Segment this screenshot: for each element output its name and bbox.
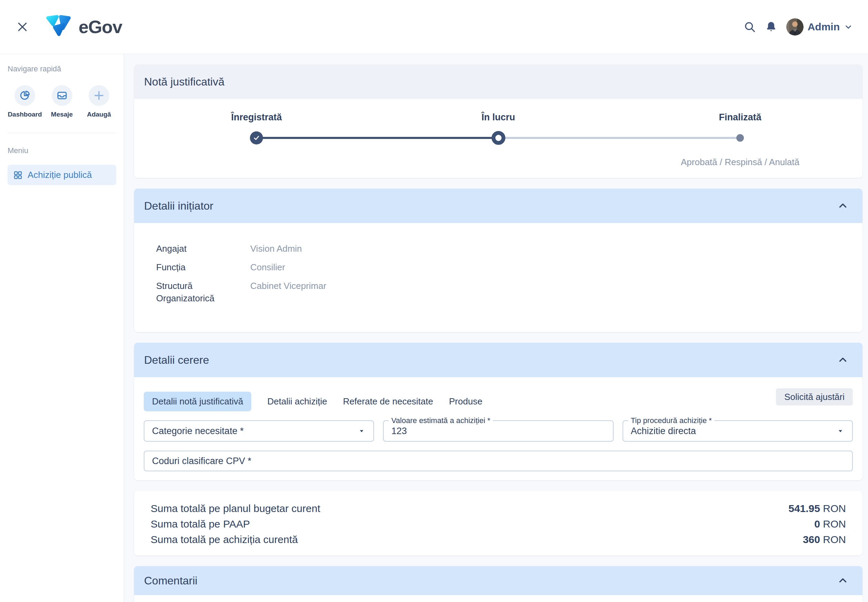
chevron-up-icon (837, 575, 849, 587)
comments-card: Comentarii Comentarii Adaugă comentariu (134, 566, 862, 602)
plus-icon (93, 90, 105, 101)
caret-down-icon (357, 427, 366, 435)
request-adjustments-button[interactable]: Solicită ajustări (776, 388, 853, 405)
caret-down-icon (836, 427, 845, 435)
user-name: Admin (808, 21, 840, 33)
chevron-up-icon (837, 200, 849, 212)
request-tabs: Detalii notă justificativă Detalii achiz… (144, 392, 853, 412)
grid-icon (13, 170, 23, 180)
initiator-row: Angajat Vision Admin (156, 243, 853, 255)
quicknav-mesaje[interactable]: Mesaje (45, 85, 79, 118)
cpv-codes-field[interactable]: Coduri clasificare CPV * (144, 451, 853, 471)
request-card: Detalii cerere Detalii notă justificativ… (134, 343, 862, 480)
initiator-row-value: Vision Admin (250, 243, 302, 255)
note-card: Notă justificativă Înregistrată În lucru… (134, 64, 862, 178)
cpv-codes-label: Coduri clasificare CPV * (152, 456, 251, 467)
tab-detalii-nota-justificativa[interactable]: Detalii notă justificativă (144, 392, 251, 412)
request-card-header[interactable]: Detalii cerere (134, 343, 862, 377)
procedure-type-text: Achizitie directa (631, 426, 696, 436)
close-button[interactable] (17, 22, 28, 32)
menu-label: Meniu (8, 146, 116, 155)
topbar: eGov (0, 0, 868, 54)
initiator-card-header[interactable]: Detalii inițiator (134, 189, 862, 223)
estimated-value-text: 123 (391, 426, 407, 436)
category-select-label: Categorie necesitate * (152, 426, 244, 436)
tab-detalii-achizitie[interactable]: Detalii achiziție (267, 392, 327, 412)
tab-referate-de-necesitate[interactable]: Referate de necesitate (343, 392, 433, 412)
chevron-up-icon (837, 354, 849, 366)
final-substatus: Aprobată / Respinsă / Anulată (681, 157, 799, 167)
initiator-row-label: Funcția (156, 261, 250, 273)
pie-chart-icon (19, 90, 30, 101)
tab-produse[interactable]: Produse (449, 392, 483, 412)
notifications-button[interactable] (765, 21, 778, 33)
note-card-title: Notă justificativă (144, 75, 224, 88)
status-stepper: Înregistrată În lucru Finalizată Aprobat… (134, 99, 862, 178)
step-label-finalizata: Finalizată (719, 112, 762, 123)
total-value: 0 RON (814, 518, 846, 530)
category-select[interactable]: Categorie necesitate * (144, 420, 374, 442)
check-icon (253, 134, 260, 142)
initiator-row-label: Structură Organizatorică (156, 280, 250, 304)
total-label: Suma totală pe PAAP (151, 518, 250, 530)
step-node-pending (736, 134, 744, 142)
estimated-value-label: Valoare estimată a achiziției * (388, 416, 493, 425)
collapse-toggle[interactable] (837, 354, 849, 366)
stepper-segment-done (256, 137, 498, 139)
search-button[interactable] (744, 21, 756, 33)
step-label-in-lucru: În lucru (482, 112, 515, 123)
initiator-row: Structură Organizatorică Cabinet Vicepri… (156, 280, 853, 304)
logo-text: eGov (78, 17, 122, 37)
comments-card-header[interactable]: Comentarii (134, 566, 862, 595)
sidebar-item-label: Achiziție publică (28, 170, 92, 180)
sidebar-item-achizitie-publica[interactable]: Achiziție publică (8, 165, 116, 185)
quicknav-adauga[interactable]: Adaugă (82, 85, 116, 118)
total-row: Suma totală pe PAAP 0 RON (151, 516, 846, 532)
search-icon (744, 21, 756, 33)
logo-icon (46, 14, 72, 40)
total-label: Suma totală pe achiziția curentă (151, 534, 298, 545)
inbox-icon (57, 90, 67, 101)
quicknav-adauga-label: Adaugă (87, 111, 111, 118)
quicknav-dashboard[interactable]: Dashboard (8, 85, 42, 118)
request-card-title: Detalii cerere (144, 354, 209, 367)
main-content: Notă justificativă Înregistrată În lucru… (124, 54, 868, 602)
initiator-card-title: Detalii inițiator (144, 200, 213, 212)
quicknav-mesaje-label: Mesaje (51, 111, 73, 118)
step-node-current (492, 131, 505, 145)
total-row: Suma totală pe planul bugetar curent 541… (151, 501, 846, 516)
estimated-value-input[interactable]: Valoare estimată a achiziției * 123 (383, 420, 613, 442)
note-card-header: Notă justificativă (134, 64, 862, 99)
quick-nav-label: Navigare rapidă (8, 64, 116, 74)
initiator-row-label: Angajat (156, 243, 250, 255)
quicknav-dashboard-label: Dashboard (8, 111, 42, 118)
initiator-row-value: Consilier (250, 261, 285, 273)
procedure-type-label: Tip procedură achiziție * (628, 416, 715, 425)
close-icon (17, 22, 28, 32)
step-node-done (250, 131, 263, 144)
sidebar: Navigare rapidă Dashboard Mesaje Adaugă (0, 54, 124, 602)
initiator-row-value: Cabinet Viceprimar (250, 280, 327, 304)
total-value: 541.95 RON (788, 503, 846, 514)
collapse-toggle[interactable] (837, 200, 849, 212)
user-menu[interactable]: Admin (786, 18, 853, 35)
chevron-down-icon (844, 22, 853, 31)
initiator-card: Detalii inițiator Angajat Vision Admin F… (134, 189, 862, 332)
app-logo[interactable]: eGov (46, 14, 122, 40)
totals-card: Suma totală pe planul bugetar curent 541… (134, 491, 862, 556)
step-label-inregistrata: Înregistrată (231, 112, 282, 123)
total-value: 360 RON (803, 534, 846, 545)
bell-icon (765, 21, 778, 33)
total-row: Suma totală pe achiziția curentă 360 RON (151, 532, 846, 547)
stepper-segment-pending (498, 137, 741, 139)
collapse-toggle[interactable] (837, 575, 849, 587)
initiator-row: Funcția Consilier (156, 261, 853, 273)
comments-card-title: Comentarii (144, 574, 198, 587)
sidebar-divider (8, 133, 116, 133)
procedure-type-select[interactable]: Tip procedură achiziție * Achizitie dire… (623, 420, 853, 442)
avatar (786, 18, 804, 35)
total-label: Suma totală pe planul bugetar curent (151, 503, 320, 514)
